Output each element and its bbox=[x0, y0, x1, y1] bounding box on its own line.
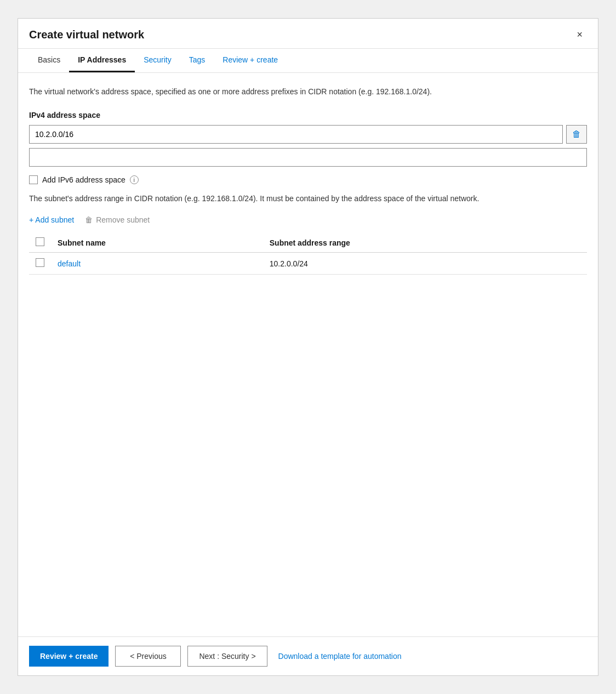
close-button[interactable]: × bbox=[572, 27, 587, 42]
remove-subnet-label: Remove subnet bbox=[96, 215, 150, 224]
table-header-row: Subnet name Subnet address range bbox=[29, 233, 587, 253]
add-subnet-button[interactable]: + Add subnet bbox=[29, 215, 74, 224]
remove-subnet-icon: 🗑 bbox=[85, 215, 93, 224]
col-header-range: Subnet address range bbox=[263, 233, 587, 253]
ipv4-second-input[interactable] bbox=[29, 148, 587, 167]
row-check-cell bbox=[29, 253, 51, 275]
subnet-name-link[interactable]: default bbox=[58, 259, 81, 268]
info-icon[interactable]: i bbox=[130, 175, 139, 184]
remove-subnet-button[interactable]: 🗑 Remove subnet bbox=[85, 215, 150, 224]
ipv4-second-input-row bbox=[29, 148, 587, 167]
next-security-button[interactable]: Next : Security > bbox=[187, 646, 267, 667]
col-header-name: Subnet name bbox=[51, 233, 263, 253]
tab-basics[interactable]: Basics bbox=[29, 49, 69, 72]
row-subnet-range: 10.2.0.0/24 bbox=[263, 253, 587, 275]
tab-bar: Basics IP Addresses Security Tags Review… bbox=[18, 49, 598, 73]
trash-icon: 🗑 bbox=[572, 129, 581, 139]
ipv6-checkbox-row: Add IPv6 address space i bbox=[29, 175, 587, 184]
previous-button[interactable]: < Previous bbox=[115, 646, 181, 667]
tab-review-create[interactable]: Review + create bbox=[214, 49, 287, 72]
footer: Review + create < Previous Next : Securi… bbox=[18, 636, 598, 675]
create-virtual-network-dialog: Create virtual network × Basics IP Addre… bbox=[18, 18, 598, 676]
tab-tags[interactable]: Tags bbox=[180, 49, 214, 72]
tab-security[interactable]: Security bbox=[135, 49, 180, 72]
ipv4-address-input[interactable] bbox=[29, 125, 563, 144]
main-content: The virtual network's address space, spe… bbox=[18, 73, 598, 636]
review-create-button[interactable]: Review + create bbox=[29, 646, 109, 667]
subnet-table: Subnet name Subnet address range default… bbox=[29, 233, 587, 275]
dialog-title: Create virtual network bbox=[29, 29, 144, 41]
ipv4-section-label: IPv4 address space bbox=[29, 111, 587, 120]
row-checkbox[interactable] bbox=[36, 258, 44, 267]
ipv6-label: Add IPv6 address space bbox=[42, 175, 126, 184]
col-header-check bbox=[29, 233, 51, 253]
table-header-checkbox[interactable] bbox=[36, 237, 44, 246]
table-row: default 10.2.0.0/24 bbox=[29, 253, 587, 275]
row-subnet-name: default bbox=[51, 253, 263, 275]
address-space-description: The virtual network's address space, spe… bbox=[29, 86, 587, 98]
ipv4-input-row: 🗑 bbox=[29, 125, 587, 144]
tab-ip-addresses[interactable]: IP Addresses bbox=[69, 49, 135, 72]
subnet-description: The subnet's address range in CIDR notat… bbox=[29, 193, 587, 204]
delete-ipv4-button[interactable]: 🗑 bbox=[566, 125, 587, 144]
subnet-actions: + Add subnet 🗑 Remove subnet bbox=[29, 215, 587, 224]
dialog-header: Create virtual network × bbox=[18, 19, 598, 49]
automation-template-link[interactable]: Download a template for automation bbox=[278, 652, 402, 661]
ipv6-checkbox[interactable] bbox=[29, 175, 38, 184]
